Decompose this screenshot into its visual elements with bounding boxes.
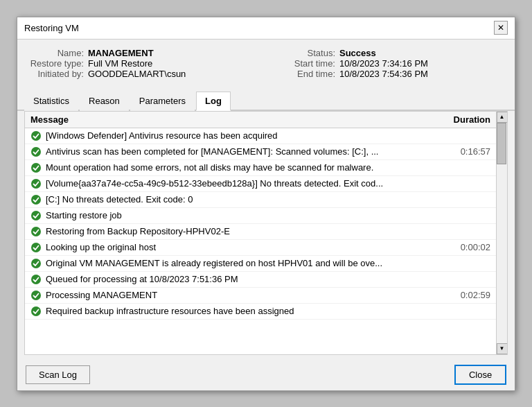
log-row: Queued for processing at 10/8/2023 7:51:… bbox=[25, 271, 496, 287]
tab-log[interactable]: Log bbox=[196, 92, 231, 111]
log-duration-cell bbox=[441, 207, 496, 223]
col-duration-header: Duration bbox=[441, 112, 496, 128]
col-message-header: Message bbox=[25, 112, 441, 128]
tab-statistics[interactable]: Statistics bbox=[24, 92, 78, 111]
scroll-down-arrow[interactable]: ▼ bbox=[497, 343, 508, 354]
log-message-cell: Starting restore job bbox=[25, 207, 441, 223]
log-message-cell: Antivirus scan has been completed for [M… bbox=[25, 144, 441, 159]
log-row: Mount operation had some errors, not all… bbox=[25, 159, 496, 175]
log-message-cell: Restoring from Backup Repository-HPHV02-… bbox=[25, 223, 441, 239]
scan-log-button[interactable]: Scan Log bbox=[26, 365, 90, 384]
tab-parameters[interactable]: Parameters bbox=[130, 92, 195, 111]
log-duration-cell bbox=[441, 255, 496, 271]
success-icon bbox=[30, 194, 42, 205]
end-time-value: 10/8/2023 7:54:36 PM bbox=[339, 69, 428, 79]
restoring-vm-dialog: Restoring VM ✕ Name: MANAGEMENT Restore … bbox=[17, 17, 515, 391]
log-duration-cell bbox=[441, 175, 496, 191]
svg-point-3 bbox=[31, 179, 41, 189]
log-message-text: Original VM MANAGEMENT is already regist… bbox=[46, 258, 382, 268]
log-message-cell: [Windows Defender] Antivirus resource ha… bbox=[25, 128, 441, 144]
scroll-up-arrow[interactable]: ▲ bbox=[497, 112, 508, 123]
log-message-cell: Required backup infrastructure resources… bbox=[25, 303, 441, 319]
svg-point-7 bbox=[31, 243, 41, 252]
log-message-cell: [C:] No threats detected. Exit code: 0 bbox=[25, 191, 441, 207]
success-icon bbox=[30, 242, 42, 253]
start-time-label: Start time: bbox=[273, 58, 335, 69]
success-icon bbox=[30, 258, 42, 269]
tab-reason[interactable]: Reason bbox=[80, 92, 129, 111]
log-message-text: Restoring from Backup Repository-HPHV02-… bbox=[46, 226, 230, 236]
log-message-text: [Volume{aa37a74e-cc5a-49c9-b512-33ebeedb… bbox=[46, 178, 383, 189]
log-message-cell: Looking up the original host bbox=[25, 239, 441, 255]
success-icon bbox=[30, 130, 42, 141]
close-button[interactable]: Close bbox=[454, 365, 506, 385]
success-icon bbox=[30, 162, 42, 173]
log-row: Restoring from Backup Repository-HPHV02-… bbox=[25, 223, 496, 239]
log-duration-cell bbox=[441, 128, 496, 144]
log-message-text: Queued for processing at 10/8/2023 7:51:… bbox=[46, 274, 238, 284]
dialog-close-button[interactable]: ✕ bbox=[494, 21, 508, 35]
initiated-by-value: GOODDEALMART\csun bbox=[88, 69, 186, 79]
log-message-cell: Original VM MANAGEMENT is already regist… bbox=[25, 255, 441, 271]
initiated-by-label: Initiated by: bbox=[28, 69, 84, 79]
restore-type-value: Full VM Restore bbox=[88, 58, 152, 69]
scrollbar-track: ▲ ▼ bbox=[496, 112, 507, 354]
svg-point-11 bbox=[31, 306, 41, 316]
log-row: Required backup infrastructure resources… bbox=[25, 303, 496, 319]
tabs-bar: Statistics Reason Parameters Log bbox=[17, 90, 515, 111]
log-duration-cell bbox=[441, 223, 496, 239]
svg-point-0 bbox=[31, 131, 41, 141]
log-duration-cell: 0:00:02 bbox=[441, 239, 496, 255]
log-duration-cell: 0:02:59 bbox=[441, 287, 496, 303]
start-time-value: 10/8/2023 7:34:16 PM bbox=[339, 58, 428, 69]
name-value: MANAGEMENT bbox=[88, 48, 154, 58]
status-value: Success bbox=[339, 48, 376, 58]
dialog-title: Restoring VM bbox=[24, 23, 79, 33]
name-row: Name: MANAGEMENT bbox=[28, 48, 259, 58]
scrollbar-thumb-area bbox=[497, 123, 507, 343]
svg-point-5 bbox=[31, 211, 41, 220]
log-message-text: Antivirus scan has been completed for [M… bbox=[46, 146, 378, 157]
scrollbar-thumb[interactable] bbox=[497, 123, 506, 164]
svg-point-4 bbox=[31, 195, 41, 205]
svg-point-6 bbox=[31, 227, 41, 236]
success-icon bbox=[30, 178, 42, 189]
svg-point-9 bbox=[31, 275, 41, 284]
success-icon bbox=[30, 210, 42, 221]
name-label: Name: bbox=[28, 48, 84, 58]
title-bar: Restoring VM ✕ bbox=[17, 17, 515, 40]
log-duration-cell bbox=[441, 191, 496, 207]
log-row: [Windows Defender] Antivirus resource ha… bbox=[25, 128, 496, 144]
svg-point-10 bbox=[31, 291, 41, 300]
log-duration-cell: 0:16:57 bbox=[441, 144, 496, 159]
log-row: Antivirus scan has been completed for [M… bbox=[25, 144, 496, 159]
log-message-text: Starting restore job bbox=[46, 210, 122, 220]
log-row: Looking up the original host0:00:02 bbox=[25, 239, 496, 255]
log-message-cell: [Volume{aa37a74e-cc5a-49c9-b512-33ebeedb… bbox=[25, 175, 441, 191]
log-row: Processing MANAGEMENT0:02:59 bbox=[25, 287, 496, 303]
end-time-row: End time: 10/8/2023 7:54:36 PM bbox=[273, 69, 504, 79]
log-section: Message Duration [Windows Defender] Anti… bbox=[24, 111, 508, 355]
log-message-text: Looking up the original host bbox=[46, 242, 156, 252]
log-scroll-area[interactable]: Message Duration [Windows Defender] Anti… bbox=[25, 112, 496, 354]
log-message-text: [C:] No threats detected. Exit code: 0 bbox=[46, 194, 193, 205]
footer: Scan Log Close bbox=[17, 359, 515, 390]
success-icon bbox=[30, 226, 42, 237]
success-icon bbox=[30, 306, 42, 317]
log-message-text: Mount operation had some errors, not all… bbox=[46, 162, 373, 173]
initiated-by-row: Initiated by: GOODDEALMART\csun bbox=[28, 69, 259, 79]
log-row: Starting restore job bbox=[25, 207, 496, 223]
restore-type-row: Restore type: Full VM Restore bbox=[28, 58, 259, 69]
success-icon bbox=[30, 146, 42, 157]
svg-point-1 bbox=[31, 147, 41, 157]
log-row: Original VM MANAGEMENT is already regist… bbox=[25, 255, 496, 271]
end-time-label: End time: bbox=[273, 69, 335, 79]
log-message-cell: Mount operation had some errors, not all… bbox=[25, 159, 441, 175]
success-icon bbox=[30, 274, 42, 285]
status-label: Status: bbox=[273, 48, 335, 58]
log-message-cell: Processing MANAGEMENT bbox=[25, 287, 441, 303]
log-row: [C:] No threats detected. Exit code: 0 bbox=[25, 191, 496, 207]
log-duration-cell bbox=[441, 303, 496, 319]
log-row: [Volume{aa37a74e-cc5a-49c9-b512-33ebeedb… bbox=[25, 175, 496, 191]
restore-type-label: Restore type: bbox=[28, 58, 84, 69]
